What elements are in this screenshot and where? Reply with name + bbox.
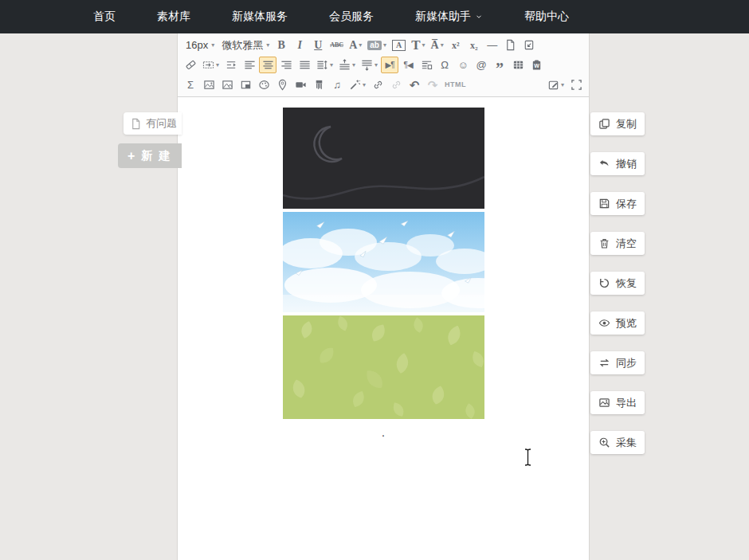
collect-label: 采集: [616, 436, 637, 450]
editor-content[interactable]: .: [178, 97, 589, 527]
highlight-color-button[interactable]: ab▾: [365, 37, 389, 53]
doc-icon: [504, 39, 516, 51]
font-color-button[interactable]: A▾: [347, 37, 364, 53]
insert-image-button[interactable]: [200, 76, 218, 93]
nav-item-member-services[interactable]: 会员服务: [316, 0, 387, 33]
sky-clouds-image[interactable]: [283, 212, 484, 312]
font-color-icon: A: [349, 40, 357, 51]
emotion-palette-button[interactable]: [255, 76, 273, 93]
indent-paragraph-button[interactable]: [222, 57, 240, 73]
bars-up-icon: [339, 59, 351, 71]
letter-spacing-button[interactable]: A̅▾: [429, 37, 446, 53]
nav-item-help-center[interactable]: 帮助中心: [511, 0, 582, 33]
align-right-button[interactable]: [277, 57, 295, 73]
dropdown-caret-icon: ▾: [352, 61, 355, 69]
formula-button[interactable]: Σ: [182, 76, 199, 93]
nav-item-new-media-services[interactable]: 新媒体服务: [218, 0, 301, 33]
anchor-link-button[interactable]: @: [473, 57, 490, 73]
word-icon: W: [531, 59, 543, 71]
insert-table-button[interactable]: [509, 57, 527, 73]
undo-edit-icon: ↶: [410, 79, 420, 91]
green-leaves-image[interactable]: [283, 315, 484, 419]
underline-button[interactable]: U: [309, 37, 327, 53]
paragraph-merge-button[interactable]: [418, 57, 435, 73]
save-button[interactable]: 保存: [590, 192, 645, 215]
create-new-button[interactable]: +新 建: [118, 143, 182, 168]
nav-item-material-library[interactable]: 素材库: [143, 0, 204, 33]
insert-music-icon: ♫: [333, 80, 341, 90]
doc-in-icon: [523, 39, 535, 51]
plus-icon: +: [127, 149, 135, 163]
font-family-button[interactable]: 微软雅黑▾: [218, 37, 272, 53]
picture-icon: [598, 397, 610, 409]
align-center-button[interactable]: [259, 57, 276, 73]
insert-music-button[interactable]: ♫: [328, 76, 346, 93]
paste-from-word-button[interactable]: W: [527, 57, 545, 73]
first-line-indent-button[interactable]: ▾: [200, 57, 222, 73]
font-size-button[interactable]: 16px▾: [182, 37, 217, 53]
italic-icon: I: [298, 40, 302, 51]
view-html-button[interactable]: HTML: [442, 76, 469, 93]
direction-ltr-button[interactable]: ▶¶: [381, 57, 398, 73]
clear-button[interactable]: 清空: [590, 232, 645, 255]
restore-icon: [598, 277, 610, 289]
fullscreen-icon: [571, 79, 582, 91]
strikethrough-button[interactable]: ABC: [327, 37, 346, 53]
sync-button[interactable]: 同步: [590, 351, 645, 374]
page-background-button[interactable]: [237, 76, 254, 93]
draft-import-button[interactable]: [520, 37, 538, 53]
remove-link-button[interactable]: [387, 76, 405, 93]
insert-link-button[interactable]: [369, 76, 386, 93]
export-button[interactable]: 导出: [590, 391, 645, 414]
preview-button[interactable]: 预览: [590, 311, 645, 335]
space-after-button[interactable]: ▾: [359, 57, 380, 73]
title-style-icon: T: [411, 38, 420, 52]
dropdown-caret-icon: ▾: [266, 41, 269, 49]
border-color-button[interactable]: A: [390, 37, 408, 53]
align-justify-button[interactable]: [296, 57, 313, 73]
redo-edit-button[interactable]: ↷: [424, 76, 441, 93]
edit-mode-button[interactable]: ▾: [545, 76, 567, 93]
dropdown-caret-icon: ▾: [363, 81, 366, 88]
emoticon-button[interactable]: ☺: [454, 57, 472, 73]
format-brush-button[interactable]: [310, 76, 327, 93]
right-action-bar: 复制撤销保存清空恢复预览同步导出采集: [590, 112, 645, 454]
formula-icon: Σ: [187, 80, 194, 90]
superscript-button[interactable]: x²: [447, 37, 465, 53]
restore-button[interactable]: 恢复: [590, 272, 645, 295]
page: 首页素材库新媒体服务会员服务新媒体助手帮助中心 有问题 +新 建 16px▾微软…: [0, 0, 749, 560]
trash-icon: [598, 237, 610, 249]
collect-button[interactable]: 采集: [590, 431, 645, 454]
create-new-label: 新 建: [141, 149, 171, 163]
dropdown-caret-icon: ▾: [561, 81, 564, 88]
italic-button[interactable]: I: [291, 37, 308, 53]
image-manager-button[interactable]: [218, 76, 236, 93]
undo-button[interactable]: 撤销: [590, 152, 645, 175]
fullscreen-button[interactable]: [567, 76, 585, 93]
nav-item-new-media-assistant[interactable]: 新媒体助手: [402, 0, 496, 33]
one-key-format-button[interactable]: ▾: [347, 76, 368, 93]
save-label: 保存: [616, 197, 637, 211]
subscript-button[interactable]: x₂: [465, 37, 483, 53]
line-height-button[interactable]: ▾: [314, 57, 335, 73]
nav-item-home[interactable]: 首页: [80, 0, 129, 33]
blockquote-button[interactable]: ”: [491, 57, 508, 73]
insert-map-button[interactable]: [273, 76, 291, 93]
title-style-button[interactable]: T▾: [409, 37, 427, 53]
feedback-button[interactable]: 有问题: [124, 112, 182, 135]
direction-rtl-button[interactable]: ¶◀: [399, 57, 417, 73]
doc-icon: [130, 118, 142, 130]
bold-button[interactable]: B: [273, 37, 290, 53]
new-document-button[interactable]: [502, 37, 520, 53]
format-eraser-button[interactable]: [182, 57, 199, 73]
space-before-button[interactable]: ▾: [336, 57, 358, 73]
editor-panel: 16px▾微软雅黑▾BIUABCA▾ab▾AT▾A̅▾x²x₂—▾▾▾▾▶¶¶◀…: [177, 33, 590, 560]
undo-edit-button[interactable]: ↶: [406, 76, 423, 93]
special-character-button[interactable]: Ω: [436, 57, 453, 73]
copy-button[interactable]: 复制: [590, 112, 645, 135]
horizontal-rule-button[interactable]: —: [484, 37, 501, 53]
dropdown-caret-icon: ▾: [359, 41, 362, 49]
night-moon-image[interactable]: [283, 108, 484, 209]
insert-video-button[interactable]: [292, 76, 309, 93]
align-left-button[interactable]: [241, 57, 258, 73]
